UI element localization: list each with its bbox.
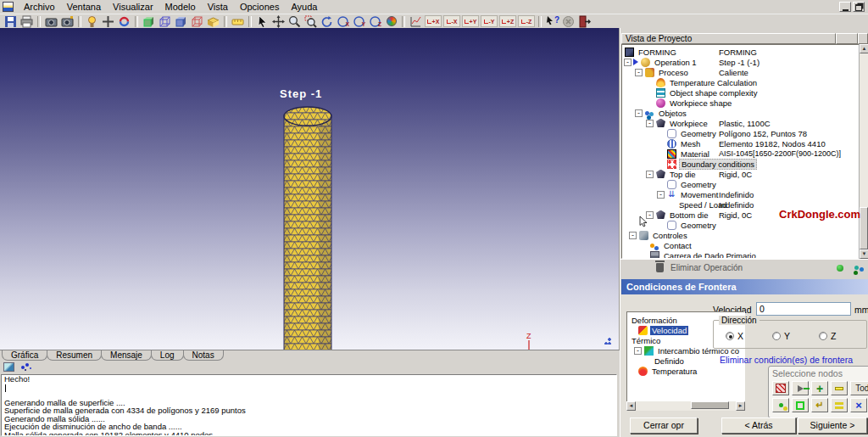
solid-cube-icon[interactable] — [173, 15, 189, 28]
tree-row-proceso[interactable]: ProcesoCaliente — [622, 67, 867, 77]
restore-button[interactable] — [853, 2, 865, 12]
collapse-box[interactable] — [657, 191, 665, 199]
steps-icon[interactable] — [21, 366, 25, 369]
menu-vista[interactable]: Vista — [202, 1, 234, 13]
print-icon[interactable] — [19, 15, 35, 28]
tab-notas[interactable]: Notas — [183, 350, 224, 361]
rotate-z-icon[interactable]: Z — [367, 15, 383, 28]
select-all-button[interactable]: Todo — [850, 381, 868, 395]
status-green-dot-icon[interactable] — [837, 265, 843, 272]
tree-row-objetos[interactable]: Objetos — [622, 108, 867, 118]
red-wire-cube-icon[interactable] — [189, 15, 205, 28]
collapse-box[interactable] — [635, 69, 643, 76]
view-plus-z-button[interactable]: +Z — [499, 15, 516, 27]
scroll-down-arrow[interactable]: ▼ — [860, 249, 868, 259]
chart-icon[interactable] — [3, 362, 14, 372]
viewport-3d[interactable]: Step -1 Z Y X — [0, 28, 620, 350]
close-operation-button[interactable]: Cerrar opr — [630, 417, 698, 434]
zoom-window-icon[interactable] — [303, 15, 319, 28]
camera-capture-icon[interactable] — [59, 15, 75, 28]
tree-row-workpiece-shape[interactable]: Workpiece shape — [622, 98, 867, 108]
cond-temperatura[interactable]: Temperatura — [627, 366, 744, 376]
minimize-button[interactable] — [839, 2, 851, 12]
polygon-select-button[interactable]: ↵ — [811, 398, 828, 412]
equal-select-button[interactable] — [831, 398, 848, 412]
workpiece-cylinder-mesh[interactable] — [283, 106, 332, 365]
collapse-box[interactable] — [635, 109, 643, 117]
delete-boundary-condition-link[interactable]: Eliminar condición(es) de frontera — [720, 355, 853, 365]
tree-row-top-die[interactable]: Top dieRigid, 0C — [622, 169, 867, 179]
context-help-icon[interactable]: ? — [544, 15, 560, 28]
tab-mensaje[interactable]: Mensaje — [101, 350, 152, 361]
scroll-up-arrow[interactable]: ▲ — [860, 44, 868, 53]
view-minus-x-button[interactable]: -X — [443, 15, 460, 27]
project-header-title[interactable]: Vista de Proyecto — [621, 33, 836, 44]
menu-ventana[interactable]: Ventana — [61, 1, 107, 13]
add-selection-button[interactable]: + — [811, 381, 828, 395]
save-icon[interactable] — [3, 15, 19, 28]
tree-row-shape-complexity[interactable]: Object shape complexity — [622, 87, 867, 98]
view-plus-y-button[interactable]: +Y — [462, 15, 479, 27]
collapse-box[interactable] — [634, 347, 642, 355]
tree-row-boundary-conditions[interactable]: Boundary conditions — [622, 159, 867, 169]
view-minus-z-button[interactable]: -Z — [518, 15, 535, 27]
condition-list-hscrollbar[interactable]: ◄ ► — [626, 401, 745, 411]
window-select-button[interactable] — [792, 398, 809, 412]
measure-icon[interactable] — [230, 15, 246, 28]
tree-scrollbar[interactable]: ▲ ▼ — [859, 44, 868, 259]
tab-resumen[interactable]: Resumen — [47, 350, 102, 361]
node-pair-button[interactable] — [772, 398, 789, 412]
tree-row-geometry[interactable]: Geometry — [622, 179, 867, 189]
collapse-box[interactable] — [646, 120, 654, 127]
mesh-select-button[interactable] — [772, 381, 789, 395]
menu-ayuda[interactable]: Ayuda — [285, 1, 323, 13]
rotate-y-icon[interactable]: Y — [351, 15, 367, 28]
tree-row-temp-calc[interactable]: Temperature Calculation — [622, 77, 867, 87]
next-button[interactable]: Siguiente > — [798, 417, 867, 434]
tree-row-controles[interactable]: Controles — [622, 230, 867, 240]
remove-selection-button[interactable] — [831, 381, 848, 395]
menu-archivo[interactable]: Archivo — [18, 1, 61, 13]
wireframe-cube-icon[interactable] — [157, 15, 173, 28]
exit-icon[interactable] — [576, 15, 593, 28]
eliminar-operacion-row[interactable]: Eliminar Operación — [620, 259, 868, 276]
open-box-icon[interactable] — [205, 15, 221, 28]
scroll-left-arrow[interactable]: ◄ — [626, 401, 636, 411]
center-object-icon[interactable] — [100, 15, 116, 28]
graph-axis-icon[interactable] — [408, 15, 424, 28]
tree-row-geometry[interactable]: Geometry — [622, 220, 867, 230]
scrollbar-thumb[interactable] — [860, 207, 868, 249]
tree-row-forming[interactable]: FORMINGFORMING — [622, 47, 867, 57]
rotate-icon[interactable] — [319, 15, 335, 28]
tree-row-geometry[interactable]: GeometryPolígono 152, Puntos 78 — [622, 128, 867, 138]
tree-row-material[interactable]: MaterialAISI-1045[1650-2200F(900-1200C)] — [622, 148, 867, 159]
tab-grafica[interactable]: Gráfica — [2, 350, 47, 361]
camera-icon[interactable] — [43, 15, 59, 28]
zoom-icon[interactable] — [287, 15, 303, 28]
rotate-x-icon[interactable]: X — [335, 15, 351, 28]
lamp-icon[interactable] — [84, 15, 100, 28]
view-minus-y-button[interactable]: -Y — [481, 15, 498, 27]
collapse-box[interactable] — [624, 59, 632, 66]
hscrollbar-thumb[interactable] — [691, 401, 729, 409]
viewport-resize-grip[interactable] — [604, 337, 612, 345]
refresh-icon[interactable] — [116, 15, 132, 28]
tree-row-contact[interactable]: Contact — [622, 240, 867, 250]
scroll-right-arrow[interactable]: ► — [736, 401, 745, 411]
render-sphere-icon[interactable] — [383, 15, 399, 28]
collapse-box[interactable] — [646, 171, 654, 178]
tree-row-movement[interactable]: MovementIndefinido — [622, 189, 867, 199]
menu-modelo[interactable]: Modelo — [159, 1, 202, 13]
tab-log[interactable]: Log — [151, 350, 184, 361]
collapse-box[interactable] — [629, 232, 637, 239]
clear-selection-button[interactable]: × — [850, 398, 867, 412]
direction-x-radio[interactable]: X — [726, 331, 743, 341]
velocity-input[interactable] — [756, 302, 851, 316]
pick-node-button[interactable] — [792, 381, 809, 395]
direction-z-radio[interactable]: Z — [819, 331, 836, 341]
menu-opciones[interactable]: Opciones — [234, 1, 285, 13]
shaded-cube-icon[interactable] — [141, 15, 157, 28]
tree-row-operation[interactable]: Operation 1Step -1 (-1) — [622, 57, 867, 67]
tree-row-carrera[interactable]: Carrera de Dado Primario — [622, 250, 867, 259]
tree-row-mesh[interactable]: MeshElemento 19182, Nodos 4410 — [622, 138, 867, 148]
